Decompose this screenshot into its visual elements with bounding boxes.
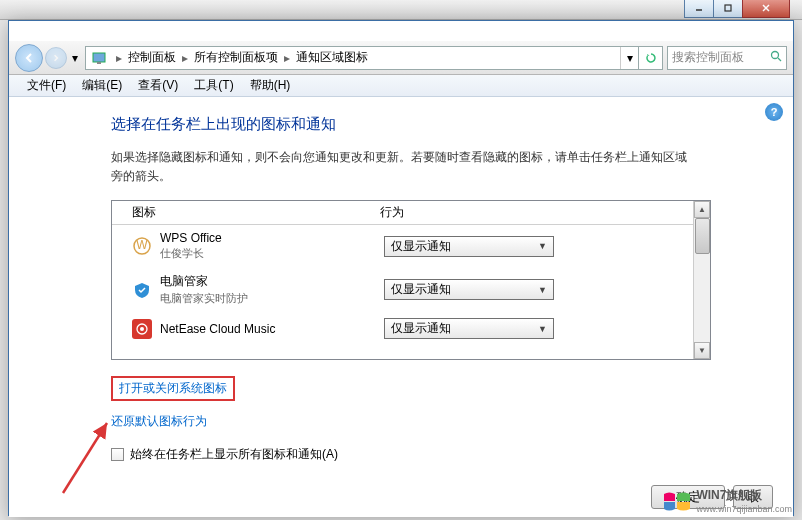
- svg-rect-1: [725, 5, 731, 11]
- vertical-scrollbar[interactable]: ▲ ▼: [693, 201, 710, 359]
- icon-behavior-table: 图标 行为 W WPS Office 仕俊学长 仅显示通知▼ 电脑管家 电脑管家…: [111, 200, 711, 360]
- address-dropdown[interactable]: ▾: [620, 47, 638, 69]
- forward-button[interactable]: [45, 47, 67, 69]
- content-area: ? 选择在任务栏上出现的图标和通知 如果选择隐藏图标和通知，则不会向您通知更改和…: [9, 97, 793, 517]
- search-icon: [770, 50, 782, 65]
- column-header-icon: 图标: [112, 204, 372, 221]
- chevron-right-icon: ▸: [112, 51, 126, 65]
- scroll-thumb[interactable]: [695, 218, 710, 254]
- history-dropdown[interactable]: ▾: [69, 47, 81, 69]
- link-system-icons[interactable]: 打开或关闭系统图标: [111, 376, 235, 401]
- windows-logo-icon: [662, 488, 692, 514]
- chevron-down-icon: ▼: [538, 241, 547, 251]
- app-subtitle: 电脑管家实时防护: [160, 291, 384, 306]
- svg-line-7: [778, 58, 781, 61]
- breadcrumb[interactable]: 控制面板: [126, 47, 178, 69]
- app-subtitle: 仕俊学长: [160, 246, 384, 261]
- svg-line-12: [63, 423, 107, 493]
- page-description: 如果选择隐藏图标和通知，则不会向您通知更改和更新。若要随时查看隐藏的图标，请单击…: [111, 148, 691, 186]
- pcmanager-icon: [132, 280, 152, 300]
- scroll-up-arrow[interactable]: ▲: [694, 201, 710, 218]
- menu-help[interactable]: 帮助(H): [242, 75, 299, 96]
- menu-tools[interactable]: 工具(T): [186, 75, 241, 96]
- svg-rect-4: [93, 53, 105, 62]
- table-row: 电脑管家 电脑管家实时防护 仅显示通知▼: [112, 267, 710, 312]
- menu-file[interactable]: 文件(F): [19, 75, 74, 96]
- help-icon[interactable]: ?: [765, 103, 783, 121]
- svg-point-6: [772, 52, 779, 59]
- svg-text:W: W: [136, 238, 148, 252]
- control-panel-window: ▾ ▸ 控制面板 ▸ 所有控制面板项 ▸ 通知区域图标 ▾ 搜索控制面板 文件(…: [8, 20, 794, 516]
- behavior-select[interactable]: 仅显示通知▼: [384, 318, 554, 339]
- breadcrumb[interactable]: 通知区域图标: [294, 47, 370, 69]
- behavior-select[interactable]: 仅显示通知▼: [384, 279, 554, 300]
- navigation-bar: ▾ ▸ 控制面板 ▸ 所有控制面板项 ▸ 通知区域图标 ▾ 搜索控制面板: [9, 41, 793, 75]
- app-name: WPS Office: [160, 231, 384, 245]
- control-panel-icon: [90, 49, 108, 67]
- minimize-button[interactable]: [684, 0, 714, 18]
- svg-rect-5: [97, 62, 101, 64]
- chevron-right-icon: ▸: [178, 51, 192, 65]
- always-show-checkbox[interactable]: [111, 448, 124, 461]
- search-placeholder: 搜索控制面板: [672, 49, 744, 66]
- scroll-down-arrow[interactable]: ▼: [694, 342, 710, 359]
- breadcrumb[interactable]: 所有控制面板项: [192, 47, 280, 69]
- netease-icon: [132, 319, 152, 339]
- menu-edit[interactable]: 编辑(E): [74, 75, 130, 96]
- menu-view[interactable]: 查看(V): [130, 75, 186, 96]
- table-row: W WPS Office 仕俊学长 仅显示通知▼: [112, 225, 710, 267]
- search-input[interactable]: 搜索控制面板: [667, 46, 787, 70]
- page-title: 选择在任务栏上出现的图标和通知: [111, 115, 765, 134]
- app-name: NetEase Cloud Music: [160, 322, 384, 336]
- svg-point-11: [140, 327, 144, 331]
- refresh-button[interactable]: [638, 47, 662, 69]
- menu-bar: 文件(F) 编辑(E) 查看(V) 工具(T) 帮助(H): [9, 75, 793, 97]
- behavior-select[interactable]: 仅显示通知▼: [384, 236, 554, 257]
- table-row: NetEase Cloud Music 仅显示通知▼: [112, 312, 710, 345]
- app-name: 电脑管家: [160, 273, 384, 290]
- chevron-down-icon: ▼: [538, 285, 547, 295]
- chevron-right-icon: ▸: [280, 51, 294, 65]
- maximize-button[interactable]: [713, 0, 743, 18]
- checkbox-label: 始终在任务栏上显示所有图标和通知(A): [130, 446, 338, 463]
- always-show-checkbox-row: 始终在任务栏上显示所有图标和通知(A): [111, 446, 765, 463]
- back-button[interactable]: [15, 44, 43, 72]
- chevron-down-icon: ▼: [538, 324, 547, 334]
- wps-icon: W: [132, 236, 152, 256]
- close-button[interactable]: [742, 0, 790, 18]
- watermark: WIN7旗舰版 www.win7qijianban.com: [662, 487, 792, 514]
- link-restore-defaults[interactable]: 还原默认图标行为: [111, 413, 207, 430]
- column-header-behavior: 行为: [372, 204, 710, 221]
- address-bar[interactable]: ▸ 控制面板 ▸ 所有控制面板项 ▸ 通知区域图标 ▾: [85, 46, 663, 70]
